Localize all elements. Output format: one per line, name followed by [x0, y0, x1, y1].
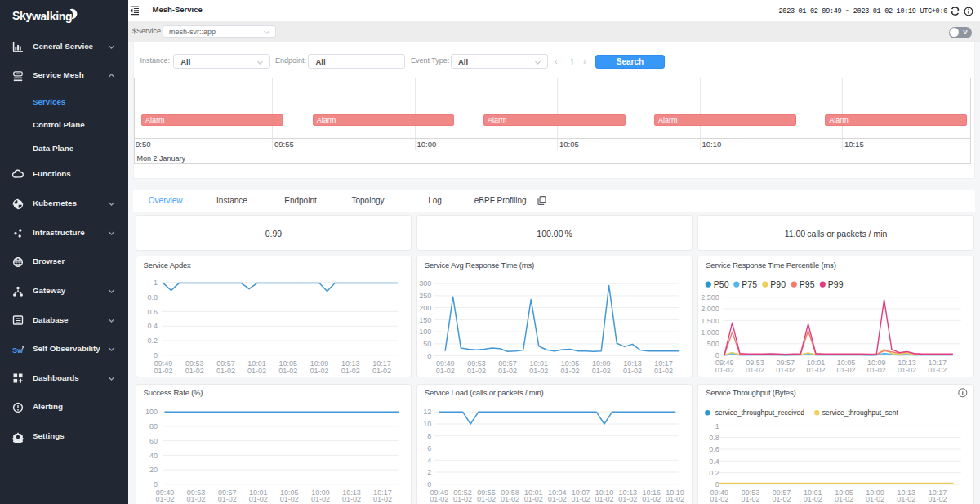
svg-text:0: 0	[427, 352, 431, 360]
svg-text:01-02: 01-02	[807, 366, 826, 374]
svg-text:P95: P95	[800, 279, 815, 289]
svg-text:01-02: 01-02	[776, 366, 795, 374]
svg-text:01-02: 01-02	[595, 495, 613, 503]
svg-text:40: 40	[149, 452, 157, 460]
svg-text:P75: P75	[742, 279, 757, 289]
svg-text:service_throughput_received: service_throughput_received	[715, 408, 804, 417]
svg-text:01-02: 01-02	[247, 367, 266, 375]
svg-text:service_throughput_sent: service_throughput_sent	[822, 408, 899, 417]
svg-text:01-02: 01-02	[618, 495, 637, 503]
svg-text:01-02: 01-02	[897, 495, 915, 503]
svg-text:100: 100	[145, 408, 157, 417]
svg-text:01-02: 01-02	[623, 367, 642, 375]
svg-text:01-02: 01-02	[524, 495, 543, 503]
svg-text:01-02: 01-02	[155, 495, 174, 503]
svg-text:01-02: 01-02	[430, 495, 448, 503]
svg-text:1,000: 1,000	[701, 328, 719, 337]
svg-text:01-02: 01-02	[866, 495, 884, 503]
svg-text:0.8: 0.8	[709, 434, 719, 442]
svg-text:01-02: 01-02	[547, 495, 566, 503]
svg-text:0: 0	[427, 480, 431, 488]
svg-text:0.4: 0.4	[709, 457, 719, 466]
svg-text:1: 1	[153, 279, 157, 287]
svg-text:0.8: 0.8	[147, 293, 158, 301]
svg-text:01-02: 01-02	[746, 366, 764, 374]
svg-text:8: 8	[427, 432, 431, 440]
svg-text:01-02: 01-02	[467, 367, 486, 375]
svg-text:01-02: 01-02	[929, 495, 947, 503]
svg-text:0: 0	[153, 351, 157, 359]
svg-text:01-02: 01-02	[591, 367, 610, 375]
svg-text:01-02: 01-02	[278, 367, 297, 375]
svg-text:01-02: 01-02	[373, 495, 392, 503]
svg-text:2: 2	[427, 468, 431, 476]
svg-text:250: 250	[419, 292, 431, 300]
svg-text:0.6: 0.6	[709, 445, 719, 453]
svg-text:01-02: 01-02	[216, 367, 234, 375]
svg-text:01-02: 01-02	[804, 495, 822, 503]
svg-text:P90: P90	[770, 279, 786, 289]
svg-text:300: 300	[419, 280, 431, 288]
svg-text:P99: P99	[828, 279, 844, 289]
svg-text:01-02: 01-02	[310, 495, 329, 503]
svg-text:20: 20	[149, 466, 157, 474]
svg-text:6: 6	[427, 444, 431, 453]
svg-text:01-02: 01-02	[248, 495, 267, 503]
svg-text:0.2: 0.2	[147, 337, 158, 346]
svg-text:01-02: 01-02	[571, 495, 590, 503]
svg-text:01-02: 01-02	[372, 367, 390, 375]
svg-text:60: 60	[149, 437, 157, 445]
svg-text:0: 0	[153, 480, 157, 488]
svg-text:01-02: 01-02	[341, 367, 359, 375]
svg-text:Sw: Sw	[12, 346, 24, 354]
svg-text:01-02: 01-02	[773, 495, 791, 503]
svg-text:01-02: 01-02	[185, 367, 203, 375]
svg-text:01-02: 01-02	[477, 495, 496, 503]
svg-text:01-02: 01-02	[217, 495, 236, 503]
svg-text:4: 4	[427, 457, 431, 465]
svg-text:1,500: 1,500	[701, 317, 719, 325]
svg-text:01-02: 01-02	[654, 367, 673, 375]
svg-text:100: 100	[419, 328, 431, 337]
svg-text:150: 150	[419, 316, 431, 324]
svg-text:0.2: 0.2	[709, 469, 719, 477]
svg-text:01-02: 01-02	[435, 367, 454, 375]
svg-text:01-02: 01-02	[898, 366, 916, 374]
svg-text:01-02: 01-02	[835, 495, 853, 503]
svg-text:01-02: 01-02	[642, 495, 661, 503]
svg-text:2,500: 2,500	[701, 293, 719, 301]
svg-text:01-02: 01-02	[560, 367, 579, 375]
svg-text:01-02: 01-02	[837, 366, 856, 374]
svg-text:P50: P50	[714, 279, 729, 289]
svg-text:80: 80	[149, 422, 157, 430]
svg-text:12: 12	[423, 408, 431, 417]
svg-text:1: 1	[715, 422, 719, 430]
svg-text:01-02: 01-02	[310, 367, 328, 375]
svg-text:01-02: 01-02	[666, 495, 684, 503]
svg-text:500: 500	[707, 340, 719, 348]
svg-text:2,000: 2,000	[701, 306, 719, 314]
svg-text:0.4: 0.4	[147, 323, 158, 331]
svg-text:01-02: 01-02	[498, 367, 517, 375]
svg-text:10: 10	[423, 420, 431, 428]
svg-text:0.6: 0.6	[147, 308, 158, 316]
svg-text:200: 200	[419, 304, 431, 312]
svg-text:01-02: 01-02	[453, 495, 472, 503]
svg-text:01-02: 01-02	[501, 495, 519, 503]
svg-text:50: 50	[423, 340, 431, 348]
svg-text:01-02: 01-02	[154, 367, 172, 375]
svg-text:01-02: 01-02	[715, 366, 734, 374]
svg-text:01-02: 01-02	[867, 366, 886, 374]
svg-text:01-02: 01-02	[279, 495, 298, 503]
svg-text:01-02: 01-02	[341, 495, 360, 503]
svg-text:01-02: 01-02	[710, 495, 728, 503]
svg-text:01-02: 01-02	[928, 366, 947, 374]
svg-text:01-02: 01-02	[742, 495, 760, 503]
svg-text:01-02: 01-02	[186, 495, 205, 503]
svg-text:01-02: 01-02	[529, 367, 548, 375]
